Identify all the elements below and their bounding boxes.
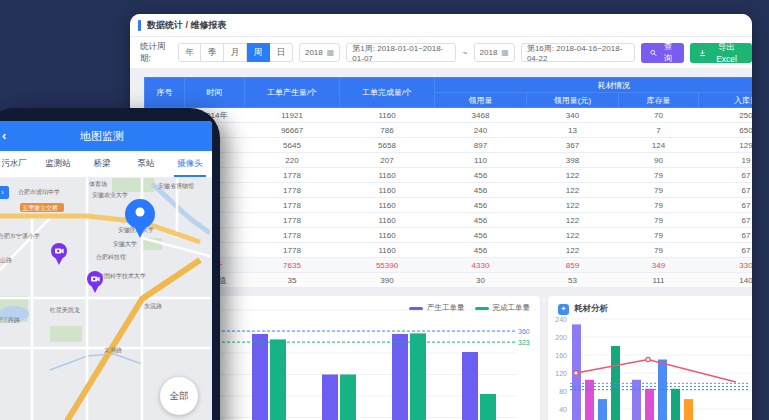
year-from-select[interactable]: 2018 ▦ — [299, 43, 340, 62]
period-option-周[interactable]: 周 — [247, 43, 270, 62]
group-header: 耗材情况 — [435, 78, 753, 93]
export-excel-button[interactable]: 导出Excel — [690, 43, 752, 63]
phone-tab-监测站[interactable]: 监测站 — [36, 151, 80, 177]
y-tick-label: 200 — [555, 334, 567, 341]
consumable-bar[interactable] — [645, 389, 654, 420]
year-to-select[interactable]: 2018 ▦ — [474, 43, 515, 62]
phone-tab-污水厂[interactable]: 污水厂 — [0, 151, 36, 177]
table-cell: 220 — [245, 153, 340, 168]
consumable-bar[interactable] — [585, 380, 594, 420]
consumable-bar-chart[interactable]: 2402001601208040 — [548, 315, 752, 420]
reference-label: 360 — [518, 328, 530, 335]
map-label: 安徽省博物馆 — [158, 182, 194, 190]
table-cell: 79 — [619, 243, 699, 258]
legend-mark-icon — [475, 307, 489, 310]
table-row[interactable]: 5177811604561227967 — [145, 168, 753, 183]
table-cell: 456 — [435, 168, 527, 183]
table-cell: 1160 — [340, 108, 435, 123]
bar-produce[interactable] — [462, 352, 478, 420]
bar-complete[interactable] — [480, 394, 496, 420]
table-cell: 90 — [619, 153, 699, 168]
expand-panel-button[interactable]: › — [0, 186, 9, 199]
table-cell: 96667 — [245, 123, 340, 138]
table-cell: 70 — [619, 108, 699, 123]
average-row[interactable]: 平均值353903053111140 — [145, 273, 753, 288]
map-label: 安徽大学 — [113, 240, 137, 248]
consumable-chart-card: ✦ 耗材分析 2402001601208040 — [548, 296, 752, 420]
consumable-bar[interactable] — [598, 399, 607, 420]
table-cell: 122 — [527, 198, 619, 213]
total-row[interactable]: 合计7635553904330859349330 — [145, 258, 753, 273]
consumable-bar[interactable] — [684, 399, 693, 420]
table-row[interactable]: 8177811604561227967 — [145, 213, 753, 228]
table-cell: 67 — [699, 168, 753, 183]
y-tick-label: 160 — [555, 352, 567, 359]
phone-tab-桥梁[interactable]: 桥梁 — [80, 151, 124, 177]
phone-tab-泵站[interactable]: 泵站 — [124, 151, 168, 177]
table-row[interactable]: 356455658897367124129 — [145, 138, 753, 153]
map-label: 合肥科技馆 — [96, 253, 126, 261]
period-option-日[interactable]: 日 — [270, 43, 293, 62]
table-cell: 456 — [435, 213, 527, 228]
chart-icon: ✦ — [558, 304, 569, 315]
period-option-年[interactable]: 年 — [178, 43, 201, 62]
period-option-月[interactable]: 月 — [224, 43, 247, 62]
bar-produce[interactable] — [252, 334, 268, 420]
week-from-field[interactable]: 第1周: 2018-01-01~2018-01-07 — [346, 43, 456, 62]
back-icon[interactable]: ‹ — [2, 128, 6, 143]
show-all-button[interactable]: 全部 — [160, 377, 198, 415]
legend-item[interactable]: 完成工单量 — [475, 303, 531, 313]
table-row[interactable]: 296667786240137650 — [145, 123, 753, 138]
table-row[interactable]: 7177811604561227967 — [145, 198, 753, 213]
sub-column-header: 领用量(元) — [527, 93, 619, 108]
table-row[interactable]: 42202071103989019 — [145, 153, 753, 168]
table-cell: 67 — [699, 243, 753, 258]
table-row[interactable]: 6177811604561227967 — [145, 183, 753, 198]
bar-produce[interactable] — [322, 375, 338, 420]
y-tick-label: 120 — [555, 370, 567, 377]
table-cell: 456 — [435, 183, 527, 198]
table-cell: 79 — [619, 183, 699, 198]
road-label: 五里墩立交桥 — [22, 204, 58, 212]
trend-point[interactable] — [574, 371, 578, 375]
consumable-bar[interactable] — [632, 380, 641, 420]
breadcrumb-bar: 数据统计 / 维修报表 — [130, 14, 752, 37]
map-label: 合肥市宁溪小学 — [0, 232, 40, 240]
table-cell: 456 — [435, 243, 527, 258]
table-cell: 5645 — [245, 138, 340, 153]
table-cell: 111 — [619, 273, 699, 288]
reference-label: 323 — [518, 339, 530, 346]
charts-row: 产生工单量完成工单量 360323 ✦ 耗材分析 240200160120804… — [130, 296, 752, 420]
trend-point[interactable] — [646, 357, 650, 361]
table-cell: 1778 — [245, 243, 340, 258]
table-cell: 1160 — [340, 228, 435, 243]
table-cell: 124 — [619, 138, 699, 153]
period-option-季[interactable]: 季 — [201, 43, 224, 62]
bar-complete[interactable] — [410, 333, 426, 420]
map-label: 东流路 — [144, 302, 162, 310]
bar-complete[interactable] — [270, 339, 286, 420]
workorder-chart-legend: 产生工单量完成工单量 — [409, 303, 530, 313]
table-cell: 67 — [699, 228, 753, 243]
map-label: 太湖路 — [104, 347, 122, 354]
table-cell: 79 — [619, 228, 699, 243]
table-row[interactable]: 12014年119211160346834070250 — [145, 108, 753, 123]
map-area[interactable]: 体育场安徽农业大学安徽省博物馆合肥市琥珀中学合肥市宁溪小学安徽医科大学安徽大学合… — [0, 178, 212, 420]
phone-tab-摄像头[interactable]: 摄像头 — [168, 151, 212, 177]
bar-produce[interactable] — [392, 334, 408, 420]
bar-complete[interactable] — [340, 375, 356, 420]
table-cell: 786 — [340, 123, 435, 138]
table-cell: 67 — [699, 213, 753, 228]
phone-tab-bar: 污水厂监测站桥梁泵站摄像头 — [0, 151, 212, 178]
table-row[interactable]: 10177811604561227967 — [145, 243, 753, 258]
legend-item[interactable]: 产生工单量 — [409, 303, 465, 313]
table-cell: 240 — [435, 123, 527, 138]
download-icon — [699, 49, 706, 57]
query-button[interactable]: 查询 — [641, 43, 684, 63]
consumable-bar[interactable] — [671, 389, 680, 420]
table-row[interactable]: 9177811604561227967 — [145, 228, 753, 243]
table-cell: 650 — [699, 123, 753, 138]
table-cell: 67 — [699, 183, 753, 198]
week-to-field[interactable]: 第16周: 2018-04-16~2018-04-22 — [521, 43, 635, 62]
table-cell: 7 — [619, 123, 699, 138]
